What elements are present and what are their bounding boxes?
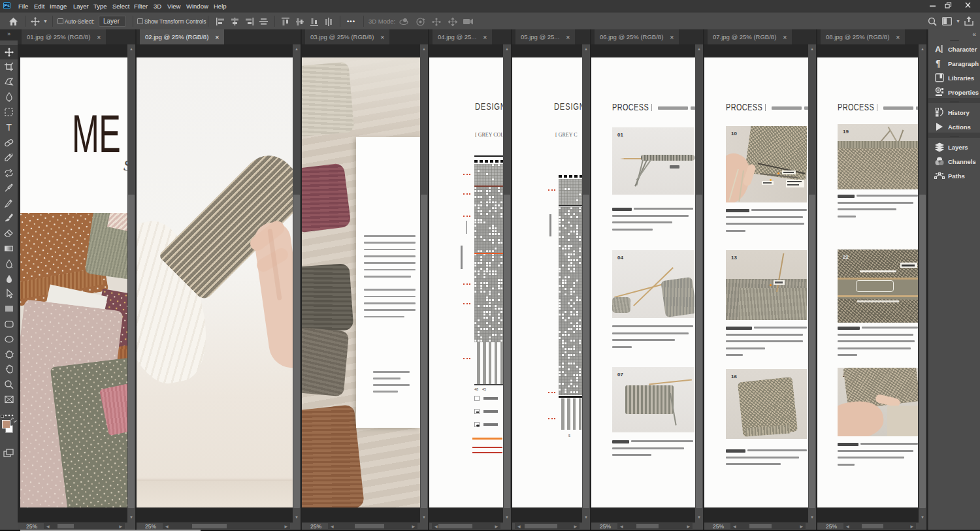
svg-text:T: T (6, 122, 12, 133)
svg-text:¶: ¶ (936, 59, 941, 69)
svg-text:A: A (935, 44, 941, 54)
